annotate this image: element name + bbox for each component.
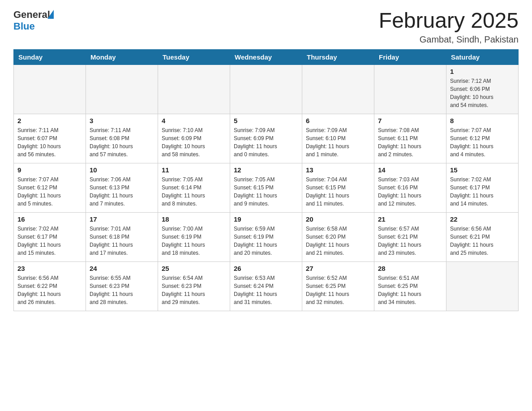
logo-blue-text: Blue	[13, 21, 35, 32]
day-number: 2	[17, 117, 82, 124]
day-number: 27	[306, 265, 370, 272]
calendar-cell: 9Sunrise: 7:07 AMSunset: 6:12 PMDaylight…	[14, 163, 86, 212]
day-info: Sunrise: 7:05 AMSunset: 6:15 PMDaylight:…	[234, 176, 298, 208]
calendar-cell: 6Sunrise: 7:09 AMSunset: 6:10 PMDaylight…	[302, 114, 374, 163]
calendar-cell: 8Sunrise: 7:07 AMSunset: 6:12 PMDaylight…	[446, 114, 519, 163]
day-number: 9	[17, 166, 82, 174]
calendar-cell: 26Sunrise: 6:53 AMSunset: 6:24 PMDayligh…	[230, 261, 302, 311]
calendar-cell: 10Sunrise: 7:06 AMSunset: 6:13 PMDayligh…	[86, 163, 158, 212]
calendar-cell: 24Sunrise: 6:55 AMSunset: 6:23 PMDayligh…	[86, 261, 158, 311]
calendar-cell	[374, 64, 446, 114]
day-number: 14	[378, 166, 442, 174]
day-number: 3	[90, 117, 154, 124]
day-info: Sunrise: 7:06 AMSunset: 6:13 PMDaylight:…	[90, 176, 154, 208]
calendar-cell	[86, 64, 158, 114]
calendar-cell: 28Sunrise: 6:51 AMSunset: 6:25 PMDayligh…	[374, 261, 446, 311]
day-number: 17	[90, 215, 154, 223]
calendar-week-5: 23Sunrise: 6:56 AMSunset: 6:22 PMDayligh…	[14, 261, 519, 311]
day-info: Sunrise: 7:11 AMSunset: 6:07 PMDaylight:…	[17, 126, 82, 158]
calendar-cell: 3Sunrise: 7:11 AMSunset: 6:08 PMDaylight…	[86, 114, 158, 163]
day-number: 26	[234, 265, 298, 272]
day-info: Sunrise: 7:12 AMSunset: 6:06 PMDaylight:…	[450, 77, 515, 109]
day-number: 4	[162, 117, 226, 124]
weekday-header-row: SundayMondayTuesdayWednesdayThursdayFrid…	[14, 49, 519, 64]
calendar-cell	[14, 64, 86, 114]
month-title: February 2025	[379, 9, 519, 33]
day-number: 19	[234, 215, 298, 223]
calendar-cell: 19Sunrise: 6:59 AMSunset: 6:19 PMDayligh…	[230, 212, 302, 261]
location-title: Gambat, Sindh, Pakistan	[379, 34, 519, 45]
calendar-cell: 12Sunrise: 7:05 AMSunset: 6:15 PMDayligh…	[230, 163, 302, 212]
day-info: Sunrise: 7:05 AMSunset: 6:14 PMDaylight:…	[162, 176, 226, 208]
calendar-cell: 21Sunrise: 6:57 AMSunset: 6:21 PMDayligh…	[374, 212, 446, 261]
day-number: 21	[378, 215, 442, 223]
calendar-cell: 7Sunrise: 7:08 AMSunset: 6:11 PMDaylight…	[374, 114, 446, 163]
calendar-cell: 13Sunrise: 7:04 AMSunset: 6:15 PMDayligh…	[302, 163, 374, 212]
calendar-cell: 20Sunrise: 6:58 AMSunset: 6:20 PMDayligh…	[302, 212, 374, 261]
calendar-cell: 2Sunrise: 7:11 AMSunset: 6:07 PMDaylight…	[14, 114, 86, 163]
calendar-table: SundayMondayTuesdayWednesdayThursdayFrid…	[13, 49, 519, 311]
weekday-header-monday: Monday	[86, 49, 158, 64]
calendar-cell: 25Sunrise: 6:54 AMSunset: 6:23 PMDayligh…	[158, 261, 230, 311]
day-info: Sunrise: 6:58 AMSunset: 6:20 PMDaylight:…	[306, 225, 370, 257]
day-info: Sunrise: 6:51 AMSunset: 6:25 PMDaylight:…	[378, 274, 442, 306]
calendar-cell: 15Sunrise: 7:02 AMSunset: 6:17 PMDayligh…	[446, 163, 519, 212]
logo: General Blue	[13, 9, 54, 32]
day-number: 16	[17, 215, 82, 223]
day-number: 15	[450, 166, 515, 174]
calendar-cell: 17Sunrise: 7:01 AMSunset: 6:18 PMDayligh…	[86, 212, 158, 261]
day-number: 12	[234, 166, 298, 174]
day-info: Sunrise: 7:08 AMSunset: 6:11 PMDaylight:…	[378, 126, 442, 158]
day-info: Sunrise: 6:56 AMSunset: 6:22 PMDaylight:…	[17, 274, 82, 306]
calendar-week-1: 1Sunrise: 7:12 AMSunset: 6:06 PMDaylight…	[14, 64, 519, 114]
day-number: 25	[162, 265, 226, 272]
day-number: 13	[306, 166, 370, 174]
calendar-cell: 18Sunrise: 7:00 AMSunset: 6:19 PMDayligh…	[158, 212, 230, 261]
day-info: Sunrise: 7:07 AMSunset: 6:12 PMDaylight:…	[450, 126, 515, 158]
day-number: 24	[90, 265, 154, 272]
calendar-cell	[230, 64, 302, 114]
calendar-cell: 11Sunrise: 7:05 AMSunset: 6:14 PMDayligh…	[158, 163, 230, 212]
day-info: Sunrise: 7:03 AMSunset: 6:16 PMDaylight:…	[378, 176, 442, 208]
day-info: Sunrise: 6:56 AMSunset: 6:21 PMDaylight:…	[450, 225, 515, 257]
weekday-header-tuesday: Tuesday	[158, 49, 230, 64]
day-number: 1	[450, 68, 515, 75]
day-info: Sunrise: 7:11 AMSunset: 6:08 PMDaylight:…	[90, 126, 154, 158]
day-number: 20	[306, 215, 370, 223]
calendar-week-3: 9Sunrise: 7:07 AMSunset: 6:12 PMDaylight…	[14, 163, 519, 212]
day-info: Sunrise: 7:00 AMSunset: 6:19 PMDaylight:…	[162, 225, 226, 257]
calendar-cell: 5Sunrise: 7:09 AMSunset: 6:09 PMDaylight…	[230, 114, 302, 163]
day-info: Sunrise: 6:57 AMSunset: 6:21 PMDaylight:…	[378, 225, 442, 257]
calendar-week-4: 16Sunrise: 7:02 AMSunset: 6:17 PMDayligh…	[14, 212, 519, 261]
day-number: 5	[234, 117, 298, 124]
day-info: Sunrise: 7:04 AMSunset: 6:15 PMDaylight:…	[306, 176, 370, 208]
day-info: Sunrise: 7:02 AMSunset: 6:17 PMDaylight:…	[450, 176, 515, 208]
day-number: 10	[90, 166, 154, 174]
page-header: General Blue February 2025 Gambat, Sindh…	[13, 9, 519, 45]
calendar-cell: 27Sunrise: 6:52 AMSunset: 6:25 PMDayligh…	[302, 261, 374, 311]
day-info: Sunrise: 7:07 AMSunset: 6:12 PMDaylight:…	[17, 176, 82, 208]
day-number: 11	[162, 166, 226, 174]
calendar-cell: 22Sunrise: 6:56 AMSunset: 6:21 PMDayligh…	[446, 212, 519, 261]
calendar-cell	[302, 64, 374, 114]
calendar-cell: 4Sunrise: 7:10 AMSunset: 6:09 PMDaylight…	[158, 114, 230, 163]
weekday-header-friday: Friday	[374, 49, 446, 64]
day-number: 28	[378, 265, 442, 272]
weekday-header-saturday: Saturday	[446, 49, 519, 64]
day-info: Sunrise: 7:02 AMSunset: 6:17 PMDaylight:…	[17, 225, 82, 257]
weekday-header-sunday: Sunday	[14, 49, 86, 64]
calendar-cell: 16Sunrise: 7:02 AMSunset: 6:17 PMDayligh…	[14, 212, 86, 261]
calendar-cell: 14Sunrise: 7:03 AMSunset: 6:16 PMDayligh…	[374, 163, 446, 212]
weekday-header-thursday: Thursday	[302, 49, 374, 64]
day-info: Sunrise: 6:54 AMSunset: 6:23 PMDaylight:…	[162, 274, 226, 306]
calendar-cell	[158, 64, 230, 114]
weekday-header-wednesday: Wednesday	[230, 49, 302, 64]
logo-triangle-icon	[47, 10, 54, 19]
day-number: 23	[17, 265, 82, 272]
day-info: Sunrise: 7:09 AMSunset: 6:09 PMDaylight:…	[234, 126, 298, 158]
day-info: Sunrise: 6:53 AMSunset: 6:24 PMDaylight:…	[234, 274, 298, 306]
day-info: Sunrise: 6:52 AMSunset: 6:25 PMDaylight:…	[306, 274, 370, 306]
day-info: Sunrise: 6:59 AMSunset: 6:19 PMDaylight:…	[234, 225, 298, 257]
day-info: Sunrise: 7:09 AMSunset: 6:10 PMDaylight:…	[306, 126, 370, 158]
day-info: Sunrise: 6:55 AMSunset: 6:23 PMDaylight:…	[90, 274, 154, 306]
